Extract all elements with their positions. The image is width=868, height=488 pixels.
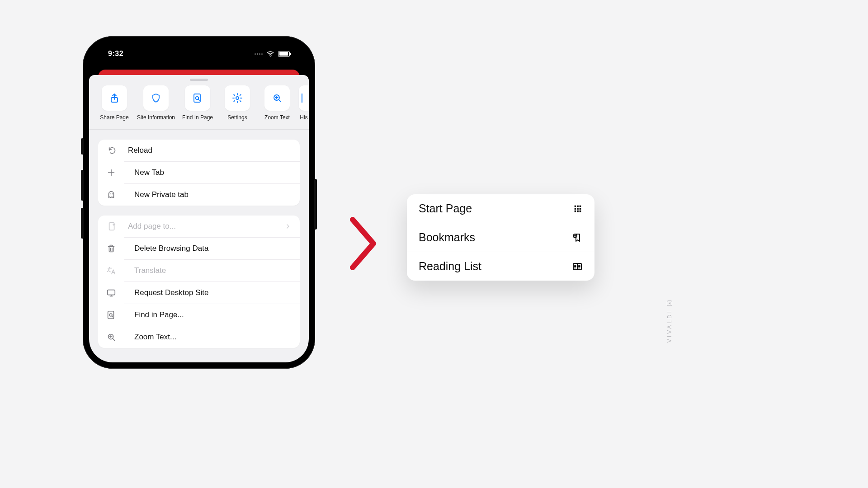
menu-delete-browsing-data[interactable]: Delete Browsing Data <box>124 237 300 259</box>
quick-history-partial[interactable]: His <box>299 85 309 121</box>
popover-reading-list[interactable]: Reading List <box>407 252 594 281</box>
popover-start-page[interactable]: Start Page <box>407 194 594 223</box>
shield-icon <box>151 93 161 103</box>
menu-sheet: Share Page Site Information Find In Page… <box>89 75 309 362</box>
plus-icon <box>98 168 124 178</box>
menu-zoom-text[interactable]: Zoom Text... <box>124 326 300 348</box>
chevron-right-icon <box>284 223 292 230</box>
menu-label: New Tab <box>134 168 164 177</box>
vivaldi-watermark: VIVALDI <box>666 300 673 343</box>
menu-label: Reload <box>128 146 152 155</box>
grid-icon <box>573 204 583 214</box>
menu-label: Request Desktop Site <box>134 288 208 297</box>
trash-icon <box>98 244 124 253</box>
status-bar: 9:32 <box>89 42 309 65</box>
menu-group-1: Reload New Tab New Private tab <box>98 140 300 206</box>
readlist-icon <box>572 261 583 272</box>
menu-find-in-page[interactable]: Find in Page... <box>124 304 300 326</box>
arrow-icon <box>348 217 377 270</box>
quick-settings[interactable]: Settings <box>219 85 255 121</box>
menu-group-2: Add page to... Delete Browsing Data Tran… <box>98 216 300 348</box>
reload-icon <box>106 145 118 155</box>
phone-device: 9:32 Share Page Site Information <box>83 36 315 369</box>
quick-find-in-page[interactable]: Find In Page <box>179 85 216 121</box>
menu-reload[interactable]: Reload <box>98 140 300 161</box>
menu-label: Delete Browsing Data <box>134 244 208 253</box>
status-time: 9:32 <box>108 50 123 58</box>
menu-new-private-tab[interactable]: New Private tab <box>124 183 300 206</box>
zoom-icon <box>272 93 283 103</box>
quick-share-page[interactable]: Share Page <box>96 85 132 121</box>
menu-translate: Translate <box>124 259 300 282</box>
popover-label: Reading List <box>419 260 481 273</box>
menu-label: Zoom Text... <box>134 333 176 342</box>
menu-add-page-to[interactable]: Add page to... <box>98 216 300 237</box>
watermark-text: VIVALDI <box>666 310 673 343</box>
popover-label: Start Page <box>419 202 472 215</box>
quick-label: His <box>300 114 307 121</box>
menu-label: Add page to... <box>128 222 176 231</box>
quick-actions-row: Share Page Site Information Find In Page… <box>89 85 309 129</box>
menu-label: Translate <box>134 266 166 275</box>
play-box-icon <box>667 300 672 306</box>
menu-request-desktop-site[interactable]: Request Desktop Site <box>124 282 300 304</box>
menu-new-tab[interactable]: New Tab <box>124 161 300 183</box>
divider <box>89 129 309 130</box>
find-icon <box>98 310 124 320</box>
wifi-icon <box>266 50 274 58</box>
battery-icon <box>278 51 290 57</box>
bookmark-add-icon <box>572 232 583 243</box>
find-icon <box>192 93 203 103</box>
side-button <box>314 179 317 230</box>
cellular-icon <box>255 53 263 55</box>
sheet-grabber[interactable] <box>190 79 208 81</box>
side-button <box>81 170 84 201</box>
popover-label: Bookmarks <box>419 231 475 244</box>
share-icon <box>109 93 120 103</box>
quick-label: Settings <box>227 114 247 121</box>
addpage-icon <box>106 221 118 231</box>
side-button <box>81 208 84 239</box>
quick-label: Zoom Text <box>264 114 290 121</box>
popover-bookmarks[interactable]: Bookmarks <box>407 223 594 252</box>
ghost-icon <box>98 190 124 200</box>
zoom-icon <box>98 332 124 342</box>
desktop-icon <box>98 288 124 298</box>
quick-zoom-text[interactable]: Zoom Text <box>259 85 295 121</box>
menu-label: New Private tab <box>134 190 189 199</box>
add-page-to-popover: Start Page Bookmarks Reading List <box>407 194 594 281</box>
side-button <box>81 138 84 155</box>
quick-label: Site Information <box>137 114 175 121</box>
phone-screen: 9:32 Share Page Site Information <box>89 42 309 362</box>
quick-label: Find In Page <box>182 114 213 121</box>
quick-site-information[interactable]: Site Information <box>136 85 176 121</box>
gear-icon <box>232 93 243 103</box>
quick-label: Share Page <box>100 114 128 121</box>
menu-label: Find in Page... <box>134 310 184 319</box>
translate-icon <box>98 266 124 276</box>
